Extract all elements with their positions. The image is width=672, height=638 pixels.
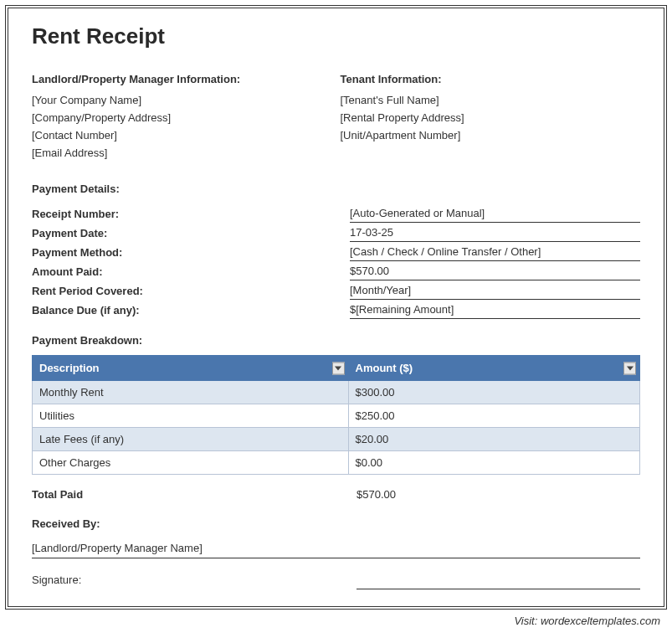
col-amount: Amount ($) <box>348 356 639 381</box>
cell-desc: Other Charges <box>33 451 349 475</box>
document-outer-border: Rent Receipt Landlord/Property Manager I… <box>5 5 667 610</box>
table-row: Utilities $250.00 <box>33 404 640 428</box>
received-section: Received By: [Landlord/Property Manager … <box>32 517 640 589</box>
cell-desc: Late Fees (if any) <box>33 428 349 451</box>
document-inner-border: Rent Receipt Landlord/Property Manager I… <box>8 8 664 607</box>
payment-method-label: Payment Method: <box>32 244 350 260</box>
received-heading: Received By: <box>32 517 640 530</box>
balance-due-value: $[Remaining Amount] <box>350 301 640 319</box>
col-description: Description <box>33 356 349 381</box>
balance-due-label: Balance Due (if any): <box>32 302 350 318</box>
info-columns: Landlord/Property Manager Information: [… <box>32 73 640 164</box>
total-label: Total Paid <box>32 488 357 501</box>
breakdown-heading: Payment Breakdown: <box>32 334 640 347</box>
cell-desc: Utilities <box>33 404 349 428</box>
landlord-address: [Company/Property Address] <box>32 111 332 124</box>
payment-row-period: Rent Period Covered: [Month/Year] <box>32 282 640 300</box>
cell-amount: $0.00 <box>348 451 639 475</box>
cell-amount: $250.00 <box>348 404 639 428</box>
payment-row-balance: Balance Due (if any): $[Remaining Amount… <box>32 301 640 319</box>
col-amount-label: Amount ($) <box>356 362 413 374</box>
col-description-label: Description <box>39 362 100 374</box>
rent-period-value: [Month/Year] <box>350 282 640 300</box>
signature-row: Signature: <box>32 574 640 589</box>
payment-method-value: [Cash / Check / Online Transfer / Other] <box>350 244 640 261</box>
filter-dropdown-icon[interactable] <box>623 362 636 374</box>
payment-details-section: Payment Details: Receipt Number: [Auto-G… <box>32 183 640 319</box>
tenant-column: Tenant Information: [Tenant's Full Name]… <box>341 73 641 164</box>
page-title: Rent Receipt <box>32 23 640 49</box>
rent-period-label: Rent Period Covered: <box>32 283 350 299</box>
receipt-number-label: Receipt Number: <box>32 206 350 222</box>
payment-row-receipt-number: Receipt Number: [Auto-Generated or Manua… <box>32 205 640 223</box>
tenant-unit: [Unit/Apartment Number] <box>341 129 641 141</box>
table-row: Late Fees (if any) $20.00 <box>33 428 640 451</box>
landlord-email: [Email Address] <box>32 147 332 159</box>
landlord-column: Landlord/Property Manager Information: [… <box>32 73 332 164</box>
payment-row-date: Payment Date: 17-03-25 <box>32 224 640 242</box>
total-row: Total Paid $570.00 <box>32 488 640 501</box>
received-name: [Landlord/Property Manager Name] <box>32 542 640 558</box>
total-value: $570.00 <box>357 488 396 501</box>
filter-dropdown-icon[interactable] <box>332 362 345 374</box>
breakdown-table: Description Amount ($) Monthly Rent $300… <box>32 355 640 475</box>
tenant-address: [Rental Property Address] <box>341 111 641 124</box>
payment-date-value: 17-03-25 <box>350 224 640 242</box>
tenant-heading: Tenant Information: <box>341 73 641 85</box>
landlord-company: [Your Company Name] <box>32 94 332 106</box>
amount-paid-value: $570.00 <box>350 263 640 280</box>
landlord-contact: [Contact Number] <box>32 129 332 141</box>
cell-desc: Monthly Rent <box>33 381 349 404</box>
table-row: Other Charges $0.00 <box>33 451 640 475</box>
footer-credit: Visit: wordexceltemplates.com <box>5 615 667 627</box>
receipt-number-value: [Auto-Generated or Manual] <box>350 205 640 223</box>
payment-row-method: Payment Method: [Cash / Check / Online T… <box>32 244 640 261</box>
cell-amount: $20.00 <box>348 428 639 451</box>
tenant-name: [Tenant's Full Name] <box>341 94 641 106</box>
payment-heading: Payment Details: <box>32 183 640 195</box>
amount-paid-label: Amount Paid: <box>32 264 350 280</box>
signature-label: Signature: <box>32 574 357 589</box>
cell-amount: $300.00 <box>348 381 639 404</box>
payment-row-amount: Amount Paid: $570.00 <box>32 263 640 280</box>
table-row: Monthly Rent $300.00 <box>33 381 640 404</box>
payment-date-label: Payment Date: <box>32 225 350 241</box>
landlord-heading: Landlord/Property Manager Information: <box>32 73 332 85</box>
signature-line <box>357 578 640 589</box>
